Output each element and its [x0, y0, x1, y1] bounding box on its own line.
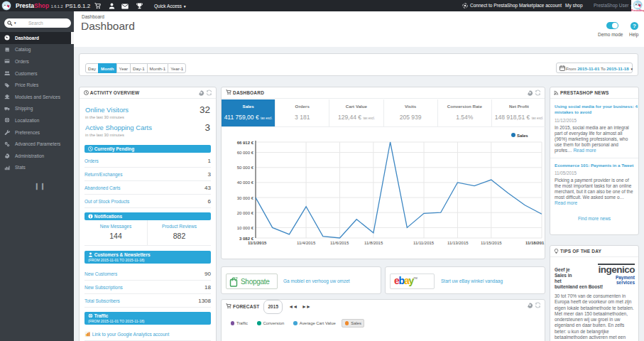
svg-text:3 082 €: 3 082 € — [239, 237, 254, 241]
svg-text:11/6/2015: 11/6/2015 — [330, 241, 349, 245]
svg-text:40 000 €: 40 000 € — [237, 180, 254, 185]
svg-text:11/8/2015: 11/8/2015 — [364, 241, 383, 245]
svg-text:11/1/2015: 11/1/2015 — [248, 241, 267, 245]
svg-text:11/13/2015: 11/13/2015 — [447, 241, 469, 245]
svg-text:66 912 €: 66 912 € — [237, 141, 254, 145]
svg-text:11/11/2015: 11/11/2015 — [413, 241, 435, 245]
svg-text:Sales: Sales — [517, 134, 528, 138]
svg-text:11/15/2015: 11/15/2015 — [481, 241, 502, 245]
svg-text:30 000 €: 30 000 € — [237, 196, 254, 200]
svg-text:10 000 €: 10 000 € — [237, 226, 254, 230]
svg-text:50 000 €: 50 000 € — [237, 166, 254, 170]
svg-text:60 000 €: 60 000 € — [237, 151, 254, 155]
svg-text:20 000 €: 20 000 € — [237, 211, 254, 215]
svg-text:11/4/2015: 11/4/2015 — [297, 241, 316, 245]
svg-text:11/18/201: 11/18/201 — [525, 241, 545, 245]
